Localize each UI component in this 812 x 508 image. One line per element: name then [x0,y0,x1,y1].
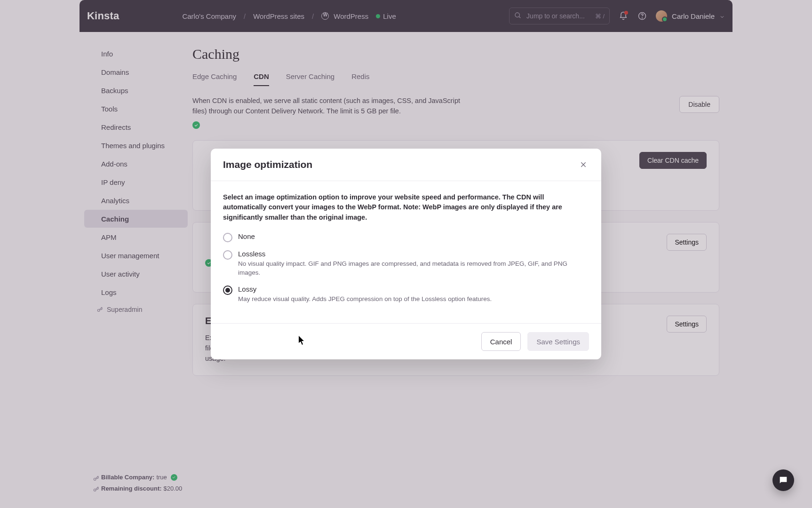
radio-label: None [238,232,255,240]
modal-title: Image optimization [223,159,312,170]
close-button[interactable] [578,159,589,170]
radio-option-none[interactable]: None [223,232,589,242]
modal-lead: Select an image optimization option to i… [223,192,589,223]
radio-option-lossless[interactable]: LosslessNo visual quality impact. GIF an… [223,250,589,278]
radio-icon[interactable] [223,286,232,295]
save-settings-button[interactable]: Save Settings [527,332,589,351]
radio-option-lossy[interactable]: LossyMay reduce visual quality. Adds JPE… [223,285,589,304]
radio-icon[interactable] [223,250,232,260]
radio-label: Lossy [238,285,492,293]
radio-icon[interactable] [223,233,232,242]
radio-help: No visual quality impact. GIF and PNG im… [238,260,589,278]
radio-help: May reduce visual quality. Adds JPEG com… [238,295,492,304]
radio-label: Lossless [238,250,589,258]
modal-overlay: Image optimization Select an image optim… [0,0,812,508]
cancel-button[interactable]: Cancel [481,332,521,351]
image-optimization-modal: Image optimization Select an image optim… [211,149,601,360]
chat-launcher[interactable] [772,469,794,491]
